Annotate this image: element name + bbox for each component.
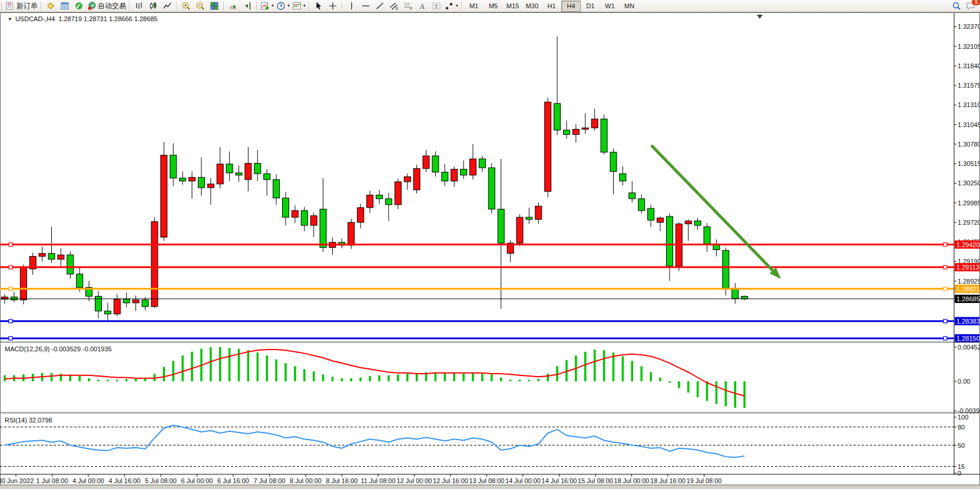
line-anchor-handle[interactable] [943,337,947,340]
line-anchor-handle[interactable] [9,265,12,269]
macd-axis-label: 0.00452 [958,344,980,351]
template-button[interactable]: ▾ [291,1,307,12]
toolbar-separator [129,2,130,11]
chart-window: 1.323701.321051.318401.315751.313101.310… [0,12,980,489]
chevron-down-icon[interactable]: ▾ [272,4,274,8]
price-badge-label: 1.28383 [956,318,980,325]
chevron-down-icon[interactable]: ▼ [8,16,12,22]
macd-histogram-bar [359,378,362,381]
macd-histogram-bar [594,350,596,381]
macd-histogram-bar [322,374,325,381]
timeframe-mn-button[interactable]: MN [620,1,639,12]
line-anchor-handle[interactable] [943,320,947,323]
trendline-button[interactable] [373,1,387,12]
macd-histogram-bar [444,373,446,381]
macd-histogram-bar [4,375,6,381]
price-badge-label: 1.28685 [956,295,980,302]
chart-shift-button[interactable] [240,1,254,12]
toolbar-right: 1 [949,1,980,12]
label-button[interactable]: T [429,1,443,12]
period-button[interactable]: ▾ [275,1,291,12]
timeframe-w1-button[interactable]: W1 [600,1,620,12]
horizontal-line-button[interactable] [359,1,373,12]
price-axis-label: 1.31045 [958,121,980,128]
zoom-in-icon [181,1,191,11]
candle [404,177,410,182]
macd-axis-label: 0.00 [958,378,970,385]
macd-histogram-bar [519,380,521,381]
fibonacci-button[interactable]: F [401,1,415,12]
timeframe-m30-button[interactable]: M30 [522,1,542,12]
toolbar-separator [176,2,177,11]
search-button[interactable] [949,1,964,12]
line-anchor-handle[interactable] [9,337,12,340]
time-axis-label: 15 Jul 08:00 [578,477,613,484]
macd-histogram-bar [631,361,634,381]
macd-histogram-bar [397,374,399,381]
zoom-in-button[interactable] [179,1,193,12]
cursor-button[interactable] [312,1,326,12]
indicators-icon [260,1,270,11]
signals-button[interactable] [72,1,86,12]
line-anchor-handle[interactable] [943,265,947,269]
chevron-down-icon[interactable]: ▾ [456,4,458,8]
zoom-out-button[interactable] [193,1,207,12]
macd-histogram-bar [603,350,605,381]
line-anchor-handle[interactable] [943,287,947,291]
candle [564,130,570,135]
macd-histogram-bar [584,352,587,381]
timeframe-m15-button[interactable]: M15 [503,1,522,12]
candle [198,177,204,188]
autotrading-button[interactable]: 自动交易 [86,1,127,12]
candle [114,299,120,314]
toolbar-separator [342,2,343,11]
line-chart-button[interactable] [160,1,174,12]
macd-histogram-bar [650,372,652,381]
line-anchor-handle[interactable] [9,320,12,323]
timeframe-d1-button[interactable]: D1 [581,1,600,12]
chevron-down-icon[interactable]: ▾ [287,4,290,8]
chevron-down-icon[interactable]: ▾ [303,4,306,8]
macd-histogram-bar [697,381,699,397]
candle [385,199,392,205]
autotrading-icon [87,1,97,11]
price-axis-label: 1.31310 [958,101,980,108]
macd-histogram-bar [341,378,343,381]
notifications-button[interactable]: 1 [964,1,978,12]
rsi-indicator-label: RSI(14) 32.0798 [5,417,52,424]
line-anchor-handle[interactable] [9,243,12,247]
metaeditor-button[interactable] [44,1,58,12]
new-order-button[interactable]: 新订单 [5,1,39,12]
text-button[interactable]: A [415,1,429,12]
candle [741,297,748,299]
text-icon: A [418,1,427,11]
tile-windows-icon [210,1,219,11]
data-window-icon [60,1,69,11]
line-anchor-handle[interactable] [9,287,12,291]
arrows-button[interactable]: ▾ [443,1,459,12]
indicators-button[interactable]: ▾ [259,1,275,12]
chart-canvas[interactable]: 1.323701.321051.318401.315751.313101.310… [0,12,980,489]
candle [723,251,729,288]
timeframe-h4-button[interactable]: H4 [561,1,581,12]
candle [236,173,242,175]
line-chart-icon [163,1,172,11]
tile-windows-button[interactable] [207,1,221,12]
candle [470,159,476,175]
price-badge-label: 1.29420 [956,241,980,248]
toolbar-separator [309,2,310,11]
timeframe-m5-button[interactable]: M5 [484,1,503,12]
crosshair-button[interactable] [326,1,340,12]
auto-scroll-button[interactable] [226,1,240,12]
candle [545,102,551,191]
timeframe-m1-button[interactable]: M1 [464,1,484,12]
bar-chart-button[interactable] [132,1,146,12]
period-icon [276,1,286,11]
timeframe-h1-button[interactable]: H1 [542,1,561,12]
vertical-line-button[interactable] [345,1,359,12]
data-window-button[interactable] [58,1,72,12]
line-anchor-handle[interactable] [943,243,947,247]
time-axis-label: 8 Jul 16:00 [326,477,358,484]
channel-button[interactable]: E [387,1,401,12]
candlestick-chart-button[interactable] [146,1,160,12]
